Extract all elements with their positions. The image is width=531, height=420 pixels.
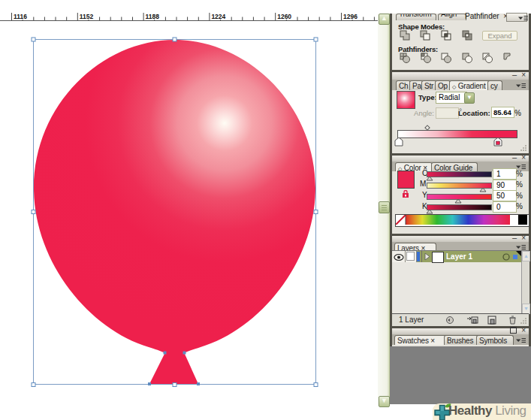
- svg-text:1224: 1224: [211, 13, 225, 20]
- svg-text:1188: 1188: [146, 13, 160, 20]
- svg-text:1260: 1260: [277, 13, 291, 20]
- svg-text:1296: 1296: [343, 13, 358, 20]
- svg-text:1152: 1152: [80, 13, 94, 20]
- svg-text:1116: 1116: [14, 13, 27, 20]
